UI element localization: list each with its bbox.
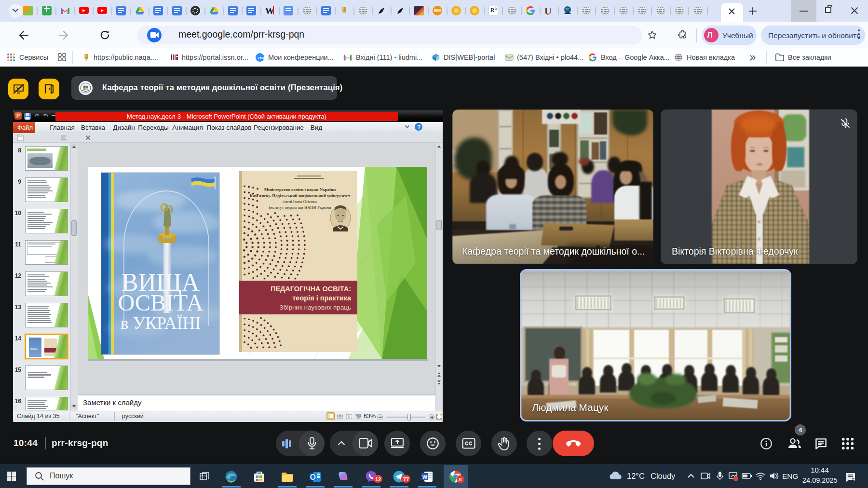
svg-text:ОСВІТА: ОСВІТА xyxy=(118,290,203,315)
svg-text:ПЕДАГОГІЧНА ОСВІТА:: ПЕДАГОГІЧНА ОСВІТА: xyxy=(271,285,351,293)
svg-text:Збірник наукових праць: Збірник наукових праць xyxy=(280,304,351,311)
svg-text:Інститут педагогіки НАПН Украї: Інститут педагогіки НАПН України xyxy=(269,205,331,210)
svg-text:Кам'янець-Подільський націонал: Кам'янець-Подільський національний уніве… xyxy=(250,193,351,198)
svg-text:Міністерство освіти і науки Ук: Міністерство освіти і науки України xyxy=(264,187,336,192)
svg-text:імені Івана Огієнка: імені Івана Огієнка xyxy=(283,199,317,204)
svg-text:в УКРАЇНІ: в УКРАЇНІ xyxy=(121,313,201,333)
svg-text:теорія і практика: теорія і практика xyxy=(292,294,352,302)
svg-text:W: W xyxy=(422,474,428,480)
